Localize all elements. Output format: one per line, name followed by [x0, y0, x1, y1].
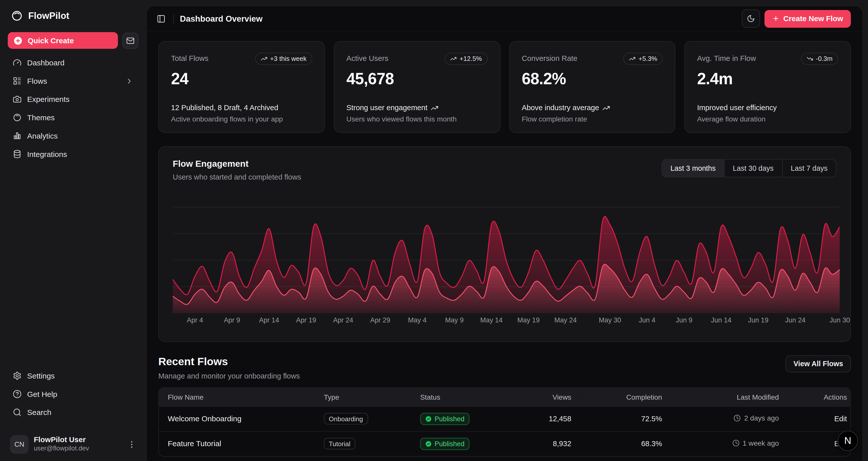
stat-trend-badge: +5.3%	[624, 53, 663, 65]
sidebar-item-settings[interactable]: Settings	[8, 367, 138, 385]
column-header-flow-name: Flow Name	[159, 388, 317, 406]
database-icon	[13, 150, 22, 159]
sidebar-item-themes[interactable]: Themes	[8, 109, 138, 126]
sidebar-item-flows[interactable]: Flows	[8, 72, 138, 90]
stat-description: Active onboarding flows in your app	[171, 115, 312, 123]
x-tick-label: Apr 4	[187, 316, 203, 324]
stat-trend-badge: -0.3m	[801, 53, 838, 65]
status-label: Published	[435, 440, 465, 448]
stat-card-total-flows: Total Flows+3 this week2412 Published, 8…	[158, 41, 325, 133]
app-name: FlowPilot	[28, 10, 69, 21]
recent-flows-subtitle: Manage and monitor your onboarding flows	[158, 372, 300, 380]
main-panel: Dashboard Overview Create New Flow Total…	[146, 5, 863, 461]
nav-item-label: Analytics	[27, 132, 58, 140]
stat-title: Active Users	[346, 53, 389, 63]
chart-column-icon	[13, 131, 22, 140]
trending-up-icon	[450, 55, 457, 62]
sidebar-toggle-button[interactable]	[153, 11, 169, 26]
nav-item-label: Dashboard	[27, 58, 65, 67]
table-row: Welcome OnboardingOnboardingPublished12,…	[159, 406, 851, 431]
trending-up-icon	[602, 104, 610, 112]
sidebar-item-analytics[interactable]: Analytics	[8, 127, 138, 145]
create-new-flow-label: Create New Flow	[783, 15, 843, 23]
mail-icon	[126, 36, 134, 45]
table-header-row: Flow NameTypeStatusViewsCompletionLast M…	[159, 388, 851, 406]
create-new-flow-button[interactable]: Create New Flow	[765, 10, 851, 28]
stat-trend-badge: +12.5%	[445, 53, 487, 65]
x-tick-label: Jun 24	[785, 316, 805, 324]
x-tick-label: May 14	[480, 316, 503, 324]
plus-icon	[772, 15, 780, 22]
range-tab-last-3-months[interactable]: Last 3 months	[662, 160, 724, 177]
completion-cell: 72.5%	[578, 406, 669, 431]
x-tick-label: Jun 19	[748, 316, 768, 324]
nav-item-label: Flows	[27, 77, 47, 85]
mail-button[interactable]	[122, 32, 138, 49]
x-tick-label: May 19	[517, 316, 540, 324]
edit-action[interactable]: Edit	[834, 414, 847, 423]
app-header: FlowPilot	[8, 0, 138, 31]
recent-flows-title: Recent Flows	[158, 355, 300, 368]
user-menu[interactable]: CN FlowPilot User user@flowpilot.dev	[8, 433, 138, 456]
nav-item-label: Integrations	[27, 150, 67, 158]
chart-title: Flow Engagement	[173, 159, 248, 169]
last-modified-label: 1 week ago	[743, 439, 779, 448]
column-header-type: Type	[317, 388, 413, 406]
column-header-status: Status	[413, 388, 524, 406]
theme-toggle-button[interactable]	[742, 9, 760, 28]
type-badge: Onboarding	[324, 413, 368, 425]
recent-flows-table: Flow NameTypeStatusViewsCompletionLast M…	[158, 387, 851, 457]
nav-item-label: Experiments	[27, 95, 70, 104]
last-modified-cell: 2 days ago	[734, 414, 779, 422]
status-badge: Published	[420, 438, 469, 450]
trending-up-icon	[260, 55, 267, 62]
nextjs-dev-indicator[interactable]: N	[838, 431, 858, 451]
trending-down-icon	[806, 55, 813, 62]
stat-title: Total Flows	[171, 53, 209, 63]
x-tick-label: May 4	[408, 316, 427, 324]
last-modified-cell: 1 week ago	[732, 439, 779, 448]
page-title: Dashboard Overview	[180, 14, 262, 23]
x-tick-label: Apr 29	[370, 316, 391, 324]
recent-flows-header: Recent Flows Manage and monitor your onb…	[158, 355, 851, 380]
quick-create-button[interactable]: Quick Create	[8, 32, 118, 49]
stat-footnote: Above industry average	[522, 104, 599, 112]
page-header: Dashboard Overview Create New Flow	[147, 6, 863, 31]
view-all-flows-button[interactable]: View All Flows	[786, 355, 851, 372]
sidebar-item-dashboard[interactable]: Dashboard	[8, 54, 138, 72]
sidebar: FlowPilot Quick Create DashboardFlowsExp…	[0, 0, 146, 461]
avatar: CN	[10, 435, 29, 454]
area-chart	[173, 184, 840, 313]
sidebar-item-get-help[interactable]: Get Help	[8, 385, 138, 403]
ellipsis-vertical-icon[interactable]	[127, 440, 136, 449]
x-tick-label: Jun 14	[711, 316, 731, 324]
views-cell: 12,458	[524, 406, 578, 431]
column-header-views: Views	[524, 388, 578, 406]
stat-title: Conversion Rate	[522, 53, 578, 63]
nav-item-label: Settings	[27, 372, 55, 380]
sidebar-item-search[interactable]: Search	[8, 403, 138, 421]
views-cell: 8,932	[524, 431, 578, 456]
column-header-last-modified: Last Modified	[669, 388, 785, 406]
range-tab-last-7-days[interactable]: Last 7 days	[782, 160, 836, 177]
flow-engagement-card: Flow Engagement Users who started and co…	[158, 146, 851, 342]
sidebar-item-integrations[interactable]: Integrations	[8, 145, 138, 163]
sidebar-item-experiments[interactable]: Experiments	[8, 90, 138, 108]
x-tick-label: Jun 30	[830, 316, 850, 324]
quick-create-label: Quick Create	[28, 36, 74, 45]
user-name: FlowPilot User	[34, 436, 89, 445]
column-header-completion: Completion	[578, 388, 669, 406]
time-range-segmented-control: Last 3 monthsLast 30 daysLast 7 days	[661, 159, 836, 177]
nav-item-label: Get Help	[27, 390, 57, 398]
range-tab-last-30-days[interactable]: Last 30 days	[724, 160, 782, 177]
chart-x-axis-labels: Apr 4Apr 9Apr 14Apr 19Apr 24Apr 29May 4M…	[173, 316, 840, 325]
last-modified-label: 2 days ago	[744, 414, 779, 422]
stat-title: Avg. Time in Flow	[697, 53, 756, 63]
trending-up-icon	[431, 104, 439, 112]
stat-description: Flow completion rate	[522, 115, 663, 123]
x-tick-label: Apr 14	[259, 316, 279, 324]
type-badge: Tutorial	[324, 438, 355, 450]
app-logo-icon	[11, 10, 23, 21]
table-body: Welcome OnboardingOnboardingPublished12,…	[159, 406, 851, 456]
flow-name-cell: Welcome Onboarding	[159, 406, 317, 431]
